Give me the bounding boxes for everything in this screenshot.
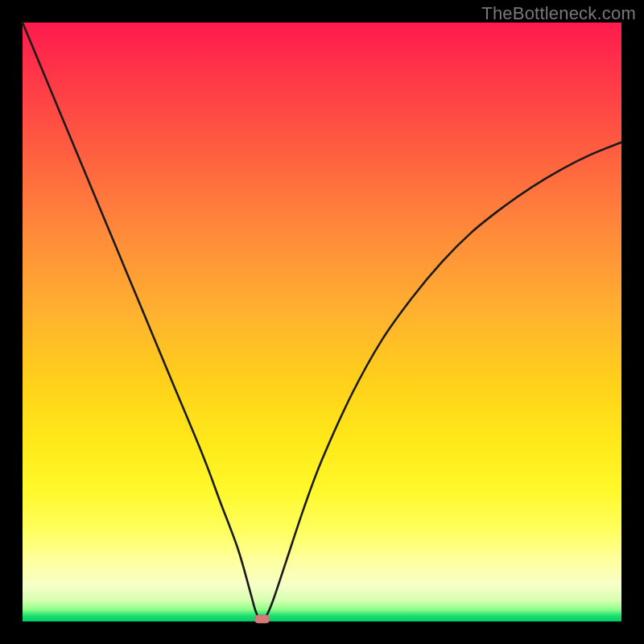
plot-area — [23, 23, 621, 621]
bottleneck-curve — [23, 23, 621, 621]
chart-svg — [23, 23, 621, 621]
minimum-marker — [255, 615, 270, 623]
chart-frame: TheBottleneck.com — [0, 0, 644, 644]
watermark-text: TheBottleneck.com — [481, 3, 636, 24]
